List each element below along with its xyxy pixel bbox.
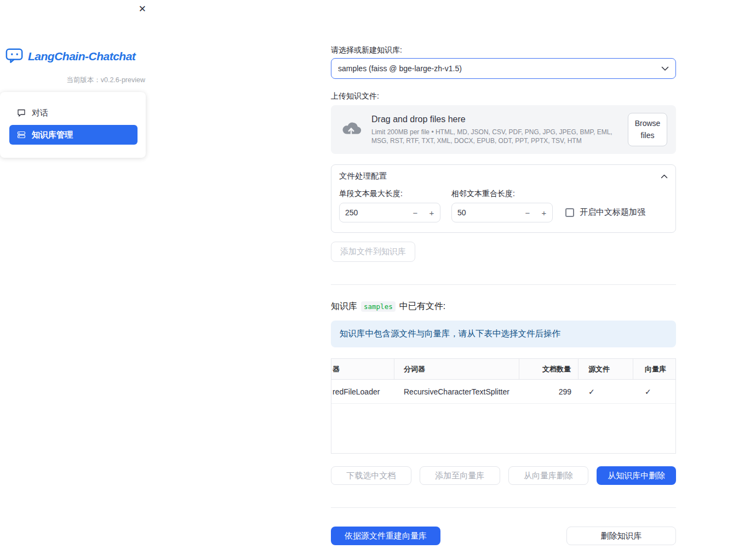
add-to-vector-button[interactable]: 添加至向量库 [420,466,500,485]
column-header-docs-count[interactable]: 文档数量 [519,359,579,379]
file-action-buttons: 下载选中文档 添加至向量库 从向量库删除 从知识库中删除 [331,466,676,485]
kb-action-buttons: 依据源文件重建向量库 删除知识库 [331,527,676,545]
overlap-label: 相邻文本重合长度: [451,189,553,198]
cell-loader: redFileLoader [331,380,394,403]
decrement-button[interactable]: − [519,208,536,218]
version-label: 当前版本：v0.2.6-preview [66,76,145,85]
max-length-input: − + [339,203,440,222]
column-header-vector-store[interactable]: 向量库 [633,359,675,379]
menu-item-label: 知识库管理 [32,130,73,140]
cloud-upload-icon [340,120,363,140]
max-length-group: 单段文本最大长度: − + [339,189,440,222]
cell-docs-count: 299 [519,380,579,403]
kb-stack-icon [17,130,26,139]
cell-vector-check: ✓ [633,380,675,403]
divider [331,284,676,285]
overlap-value[interactable] [452,208,519,217]
upload-label: 上传知识文件: [331,92,676,101]
add-files-button[interactable]: 添加文件到知识库 [331,242,415,262]
max-length-value[interactable] [340,208,407,217]
cell-splitter: RecursiveCharacterTextSplitter [394,380,519,403]
menu-item-dialogue[interactable]: 对话 [9,103,138,123]
files-table: 器 分词器 文档数量 源文件 向量库 redFileLoader Recursi… [331,358,676,454]
menu-item-label: 对话 [32,108,48,118]
expander-header[interactable]: 文件处理配置 [331,165,675,187]
overlap-group: 相邻文本重合长度: − + [451,189,553,222]
dropzone-limit: Limit 200MB per file • HTML, MD, JSON, C… [371,128,621,145]
sidebar-menu: 对话 知识库管理 [0,92,146,158]
expander-title: 文件处理配置 [339,171,387,181]
app-window: ✕ LangChain-Chatchat 当前版本：v0.2.6-preview [0,0,756,549]
max-length-label: 单段文本最大长度: [339,189,440,198]
chat-logo-icon [5,47,24,66]
increment-button[interactable]: + [423,208,440,218]
info-banner: 知识库中包含源文件与向量库，请从下表中选择文件后操作 [331,321,676,347]
kb-name-code: samples [361,301,396,312]
delete-from-vector-button[interactable]: 从向量库删除 [508,466,589,485]
chinese-title-checkbox[interactable]: 开启中文标题加强 [565,207,645,218]
main-area: 请选择或新建知识库: samples (faiss @ bge-large-zh… [153,0,756,549]
download-selected-button[interactable]: 下载选中文档 [331,466,411,485]
table-header: 器 分词器 文档数量 源文件 向量库 [331,359,675,380]
dropzone-text: Drag and drop files here Limit 200MB per… [371,115,621,145]
checkbox-label: 开启中文标题加强 [580,207,645,218]
file-dropzone[interactable]: Drag and drop files here Limit 200MB per… [331,105,676,154]
delete-from-kb-button[interactable]: 从知识库中删除 [597,466,676,485]
chat-icon [17,108,26,117]
delete-kb-button[interactable]: 删除知识库 [566,527,676,545]
sidebar-close-icon[interactable]: ✕ [139,4,146,14]
checkbox-box[interactable] [565,208,574,217]
browse-files-button[interactable]: Browse files [628,113,667,146]
column-header-splitter[interactable]: 分词器 [394,359,519,379]
column-header-loader[interactable]: 器 [331,359,394,379]
logo-title: LangChain-Chatchat [28,50,135,63]
expander-body: 单段文本最大长度: − + 相邻文本重合长度: − + [331,187,675,232]
menu-item-knowledge-base[interactable]: 知识库管理 [9,125,138,145]
existing-files-heading: 知识库 samples 中已有文件: [331,301,676,312]
overlap-input: − + [451,203,553,222]
kb-select-label: 请选择或新建知识库: [331,45,676,55]
cell-source-check: ✓ [579,380,633,403]
kb-selected-value: samples (faiss @ bge-large-zh-v1.5) [338,64,661,73]
dropzone-title: Drag and drop files here [371,115,621,124]
table-row[interactable]: redFileLoader RecursiveCharacterTextSpli… [331,380,675,404]
app-logo: LangChain-Chatchat [5,47,147,66]
sidebar: ✕ LangChain-Chatchat 当前版本：v0.2.6-preview [0,0,153,549]
chevron-up-icon [661,171,668,181]
kb-selectbox[interactable]: samples (faiss @ bge-large-zh-v1.5) [331,58,676,79]
increment-button[interactable]: + [536,208,552,218]
chevron-down-icon [661,64,669,73]
divider [331,507,676,508]
rebuild-vector-button[interactable]: 依据源文件重建向量库 [331,527,440,545]
column-header-source-file[interactable]: 源文件 [579,359,633,379]
decrement-button[interactable]: − [407,208,423,218]
file-config-expander: 文件处理配置 单段文本最大长度: − + [331,164,676,233]
